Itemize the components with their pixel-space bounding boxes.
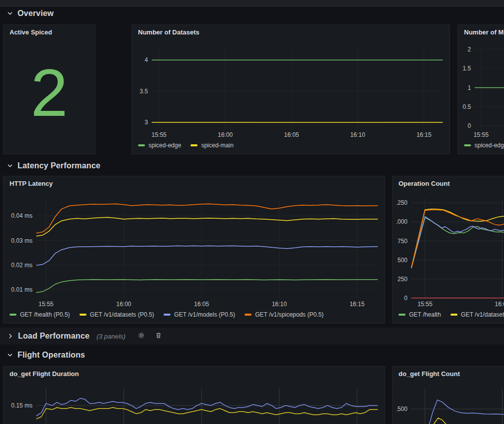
panel-number-of-datasets: Number of Datasets 33.5415:5516:0016:051… <box>132 24 450 154</box>
top-toolbar <box>0 0 504 6</box>
gear-icon <box>138 332 145 341</box>
panels-count: (3 panels) <box>96 333 126 340</box>
svg-text:3.5: 3.5 <box>140 88 148 95</box>
svg-text:0.01 ms: 0.01 ms <box>11 286 32 293</box>
section-title: Flight Operations <box>18 351 85 360</box>
legend-item[interactable]: GET /v1/models (P0.5) <box>164 311 235 318</box>
chart-svg: 0.01 ms0.02 ms0.03 ms0.04 ms15:5516:0016… <box>8 190 380 320</box>
svg-text:1.5: 1.5 <box>462 65 471 72</box>
svg-text:1500: 1500 <box>396 406 408 413</box>
svg-text:1: 1 <box>468 84 471 91</box>
svg-text:1250: 1250 <box>396 199 408 206</box>
svg-text:16:10: 16:10 <box>272 301 287 308</box>
svg-text:250: 250 <box>398 276 408 283</box>
legend-color-chip <box>80 314 86 316</box>
svg-text:16:00: 16:00 <box>494 301 504 308</box>
legend-color-chip <box>398 314 406 316</box>
section-header-load-performance[interactable]: Load Performance (3 panels) <box>0 328 504 345</box>
row-delete-button[interactable] <box>154 331 163 342</box>
svg-text:3: 3 <box>144 119 148 126</box>
panel-title[interactable]: Number of Models <box>458 25 504 39</box>
chart-legend: GET /healthGET /v1/datasets <box>398 309 504 320</box>
panel-title[interactable]: Number of Datasets <box>132 25 450 39</box>
legend-color-chip <box>464 144 471 146</box>
stat-value: 2 <box>4 37 95 149</box>
http-latency-chart[interactable]: 0.01 ms0.02 ms0.03 ms0.04 ms15:5516:0016… <box>8 190 380 320</box>
panel-number-of-models: Number of Models 00.511.5215:5516:00spic… <box>458 24 504 154</box>
chart-legend: spiced-edgespiced-main <box>138 140 234 151</box>
flight-duration-chart[interactable]: 0.15 ms15:5516:0016:0516:1016:15 <box>8 381 380 424</box>
svg-text:2: 2 <box>468 46 471 53</box>
svg-text:16:00: 16:00 <box>116 301 131 308</box>
chart-svg: 150015:5516:00 <box>396 381 504 424</box>
svg-text:15:55: 15:55 <box>418 301 432 308</box>
panel-active-spiced: Active Spiced 2 <box>3 24 96 154</box>
svg-text:16:15: 16:15 <box>416 131 432 138</box>
chart-svg: 0.15 ms15:5516:0016:0516:1016:15 <box>8 381 380 424</box>
legend-color-chip <box>244 314 252 316</box>
panel-operation-count: Operation Count 02505007501000125015:551… <box>392 176 504 324</box>
chevron-down-icon <box>7 163 13 169</box>
svg-text:15:55: 15:55 <box>38 301 54 308</box>
svg-text:500: 500 <box>398 257 408 264</box>
trash-icon <box>155 332 162 341</box>
svg-text:0.04 ms: 0.04 ms <box>11 212 32 219</box>
svg-text:15:55: 15:55 <box>152 131 166 138</box>
svg-text:1000: 1000 <box>396 218 408 225</box>
panel-title[interactable]: Operation Count <box>392 176 504 190</box>
legend-item[interactable]: GET /v1/datasets <box>450 311 504 318</box>
legend-item[interactable]: GET /health <box>398 311 441 318</box>
svg-text:750: 750 <box>398 238 408 245</box>
svg-text:0: 0 <box>468 122 471 129</box>
svg-text:15:55: 15:55 <box>474 131 488 138</box>
row-settings-button[interactable] <box>136 331 146 342</box>
svg-text:0.15 ms: 0.15 ms <box>11 402 32 409</box>
datasets-chart[interactable]: 33.5415:5516:0016:0516:1016:15spiced-edg… <box>136 39 446 151</box>
section-title: Load Performance <box>18 332 90 341</box>
svg-text:4: 4 <box>144 56 148 63</box>
svg-text:0.5: 0.5 <box>462 103 471 110</box>
legend-item[interactable]: spiced-main <box>190 142 234 149</box>
chevron-down-icon <box>7 10 13 16</box>
legend-item[interactable]: spiced-edge <box>138 142 181 149</box>
chart-svg: 33.5415:5516:0016:0516:1016:15 <box>136 39 446 151</box>
svg-text:16:00: 16:00 <box>218 131 232 138</box>
svg-text:0: 0 <box>404 295 408 302</box>
legend-item[interactable]: GET /v1/datasets (P0.5) <box>80 311 154 318</box>
svg-text:16:05: 16:05 <box>284 131 299 138</box>
legend-color-chip <box>164 314 170 316</box>
chevron-right-icon <box>8 333 14 339</box>
panel-title[interactable]: do_get Flight Duration <box>4 367 384 381</box>
svg-text:16:15: 16:15 <box>350 301 364 308</box>
panel-http-latency: HTTP Latency 0.01 ms0.02 ms0.03 ms0.04 m… <box>3 176 385 324</box>
section-header-flight[interactable]: Flight Operations <box>7 349 85 361</box>
legend-color-chip <box>190 144 198 146</box>
section-header-overview[interactable]: Overview <box>7 7 54 19</box>
panel-flight-duration: do_get Flight Duration 0.15 ms15:5516:00… <box>3 366 385 424</box>
chart-legend: GET /health (P0.5)GET /v1/datasets (P0.5… <box>10 309 324 320</box>
chart-svg: 00.511.5215:5516:00 <box>462 39 504 151</box>
svg-text:0.03 ms: 0.03 ms <box>11 237 32 244</box>
grafana-dashboard: Overview Active Spiced 2 Number of Datas… <box>0 0 504 424</box>
svg-text:0.02 ms: 0.02 ms <box>11 262 32 269</box>
section-title: Overview <box>18 9 54 18</box>
flight-count-chart[interactable]: 150015:5516:00 <box>396 381 504 424</box>
section-title: Latency Performance <box>18 161 100 170</box>
panel-title[interactable]: do_get Flight Count <box>392 367 504 381</box>
legend-color-chip <box>450 314 458 316</box>
chevron-down-icon <box>7 352 13 358</box>
legend-item[interactable]: spiced-edge <box>464 142 504 149</box>
legend-color-chip <box>10 314 16 316</box>
operation-count-chart[interactable]: 02505007501000125015:5516:00GET /healthG… <box>396 190 504 320</box>
models-chart[interactable]: 00.511.5215:5516:00spiced-edge <box>462 39 504 151</box>
legend-item[interactable]: GET /v1/spicepods (P0.5) <box>244 311 324 318</box>
legend-color-chip <box>138 144 145 146</box>
chart-svg: 02505007501000125015:5516:00 <box>396 190 504 320</box>
chart-legend: spiced-edge <box>464 140 504 151</box>
svg-text:16:10: 16:10 <box>350 131 365 138</box>
panel-title[interactable]: HTTP Latency <box>4 176 384 190</box>
section-header-latency[interactable]: Latency Performance <box>7 160 100 172</box>
panel-flight-count: 150015:5516:00 do_get Flight Count <box>392 366 504 424</box>
legend-item[interactable]: GET /health (P0.5) <box>10 311 70 318</box>
svg-text:16:05: 16:05 <box>194 301 209 308</box>
